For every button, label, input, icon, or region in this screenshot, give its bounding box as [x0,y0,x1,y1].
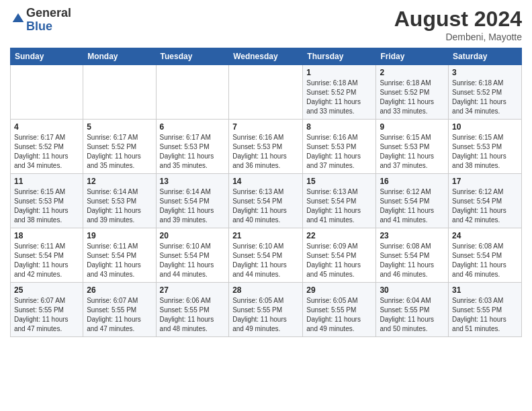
day-number: 4 [14,122,79,132]
day-number: 26 [87,285,152,295]
calendar-cell: 24Sunrise: 6:08 AM Sunset: 5:54 PM Dayli… [449,228,522,283]
title-block: August 2024 Dembeni, Mayotte [394,7,522,42]
header-day-thursday: Thursday [303,48,376,65]
calendar-cell: 14Sunrise: 6:13 AM Sunset: 5:54 PM Dayli… [229,174,303,228]
calendar-cell: 3Sunrise: 6:18 AM Sunset: 5:52 PM Daylig… [449,65,522,120]
week-row-2: 4Sunrise: 6:17 AM Sunset: 5:52 PM Daylig… [11,120,522,174]
day-info: Sunrise: 6:18 AM Sunset: 5:52 PM Dayligh… [380,79,445,116]
calendar-cell: 6Sunrise: 6:17 AM Sunset: 5:53 PM Daylig… [156,120,229,174]
day-number: 12 [87,177,152,186]
day-info: Sunrise: 6:07 AM Sunset: 5:55 PM Dayligh… [87,296,152,334]
day-number: 17 [452,177,518,186]
week-row-4: 18Sunrise: 6:11 AM Sunset: 5:54 PM Dayli… [11,228,522,283]
header-day-friday: Friday [376,48,449,65]
day-info: Sunrise: 6:16 AM Sunset: 5:53 PM Dayligh… [306,133,372,171]
day-info: Sunrise: 6:14 AM Sunset: 5:54 PM Dayligh… [160,187,226,225]
day-number: 7 [232,122,299,132]
calendar-cell: 5Sunrise: 6:17 AM Sunset: 5:52 PM Daylig… [83,120,156,174]
day-number: 2 [380,68,445,77]
header-day-wednesday: Wednesday [229,48,303,65]
header-day-saturday: Saturday [449,48,522,65]
day-info: Sunrise: 6:16 AM Sunset: 5:53 PM Dayligh… [232,133,299,171]
day-info: Sunrise: 6:14 AM Sunset: 5:53 PM Dayligh… [87,187,152,225]
day-number: 5 [87,122,152,132]
day-number: 16 [380,177,445,186]
day-number: 3 [452,68,518,77]
calendar-cell: 15Sunrise: 6:13 AM Sunset: 5:54 PM Dayli… [303,174,376,228]
day-number: 28 [232,285,299,295]
day-info: Sunrise: 6:17 AM Sunset: 5:53 PM Dayligh… [160,133,226,171]
calendar-cell: 17Sunrise: 6:12 AM Sunset: 5:54 PM Dayli… [449,174,522,228]
day-info: Sunrise: 6:07 AM Sunset: 5:55 PM Dayligh… [14,296,79,334]
week-row-5: 25Sunrise: 6:07 AM Sunset: 5:55 PM Dayli… [11,283,522,337]
day-number: 13 [160,177,226,186]
calendar-cell: 16Sunrise: 6:12 AM Sunset: 5:54 PM Dayli… [376,174,449,228]
day-info: Sunrise: 6:09 AM Sunset: 5:54 PM Dayligh… [306,242,372,279]
header-day-sunday: Sunday [11,48,83,65]
calendar-cell: 27Sunrise: 6:06 AM Sunset: 5:55 PM Dayli… [156,283,229,337]
calendar-cell: 10Sunrise: 6:15 AM Sunset: 5:53 PM Dayli… [449,120,522,174]
calendar-cell: 1Sunrise: 6:18 AM Sunset: 5:52 PM Daylig… [303,65,376,120]
month-year-title: August 2024 [394,7,522,32]
calendar-cell [229,65,303,120]
day-number: 18 [14,231,79,240]
logo-icon [11,12,25,26]
calendar-cell: 20Sunrise: 6:10 AM Sunset: 5:54 PM Dayli… [156,228,229,283]
day-number: 29 [306,285,372,295]
calendar-cell: 9Sunrise: 6:15 AM Sunset: 5:53 PM Daylig… [376,120,449,174]
day-info: Sunrise: 6:17 AM Sunset: 5:52 PM Dayligh… [14,133,79,171]
calendar-cell: 8Sunrise: 6:16 AM Sunset: 5:53 PM Daylig… [303,120,376,174]
day-info: Sunrise: 6:12 AM Sunset: 5:54 PM Dayligh… [452,187,518,225]
day-number: 8 [306,122,372,132]
day-info: Sunrise: 6:12 AM Sunset: 5:54 PM Dayligh… [380,187,445,225]
calendar-cell: 4Sunrise: 6:17 AM Sunset: 5:52 PM Daylig… [11,120,83,174]
day-number: 14 [232,177,299,186]
day-info: Sunrise: 6:11 AM Sunset: 5:54 PM Dayligh… [14,242,79,279]
calendar-cell: 7Sunrise: 6:16 AM Sunset: 5:53 PM Daylig… [229,120,303,174]
day-number: 10 [452,122,518,132]
calendar-header: SundayMondayTuesdayWednesdayThursdayFrid… [11,48,522,65]
logo-text: General Blue [26,7,71,34]
day-number: 19 [87,231,152,240]
day-number: 21 [232,231,299,240]
day-info: Sunrise: 6:03 AM Sunset: 5:55 PM Dayligh… [452,296,518,334]
calendar-body: 1Sunrise: 6:18 AM Sunset: 5:52 PM Daylig… [11,65,522,337]
header-day-tuesday: Tuesday [156,48,229,65]
day-info: Sunrise: 6:10 AM Sunset: 5:54 PM Dayligh… [160,242,226,279]
day-info: Sunrise: 6:18 AM Sunset: 5:52 PM Dayligh… [306,79,372,116]
calendar-cell: 22Sunrise: 6:09 AM Sunset: 5:54 PM Dayli… [303,228,376,283]
calendar-cell: 19Sunrise: 6:11 AM Sunset: 5:54 PM Dayli… [83,228,156,283]
logo-general: General [26,6,71,19]
calendar-cell [11,65,83,120]
day-info: Sunrise: 6:10 AM Sunset: 5:54 PM Dayligh… [232,242,299,279]
day-info: Sunrise: 6:05 AM Sunset: 5:55 PM Dayligh… [306,296,372,334]
logo: General Blue [10,7,71,34]
day-info: Sunrise: 6:13 AM Sunset: 5:54 PM Dayligh… [306,187,372,225]
day-info: Sunrise: 6:05 AM Sunset: 5:55 PM Dayligh… [232,296,299,334]
day-number: 27 [160,285,226,295]
calendar-cell: 11Sunrise: 6:15 AM Sunset: 5:53 PM Dayli… [11,174,83,228]
day-number: 22 [306,231,372,240]
day-number: 25 [14,285,79,295]
header-day-monday: Monday [83,48,156,65]
day-number: 15 [306,177,372,186]
day-number: 1 [306,68,372,77]
day-info: Sunrise: 6:15 AM Sunset: 5:53 PM Dayligh… [452,133,518,171]
day-number: 11 [14,177,79,186]
day-info: Sunrise: 6:15 AM Sunset: 5:53 PM Dayligh… [14,187,79,225]
day-info: Sunrise: 6:11 AM Sunset: 5:54 PM Dayligh… [87,242,152,279]
calendar-cell: 26Sunrise: 6:07 AM Sunset: 5:55 PM Dayli… [83,283,156,337]
header-row: SundayMondayTuesdayWednesdayThursdayFrid… [11,48,522,65]
day-info: Sunrise: 6:17 AM Sunset: 5:52 PM Dayligh… [87,133,152,171]
location-subtitle: Dembeni, Mayotte [394,32,522,42]
calendar-cell: 25Sunrise: 6:07 AM Sunset: 5:55 PM Dayli… [11,283,83,337]
calendar-cell [83,65,156,120]
calendar-cell: 18Sunrise: 6:11 AM Sunset: 5:54 PM Dayli… [11,228,83,283]
day-number: 6 [160,122,226,132]
day-number: 23 [380,231,445,240]
calendar-cell: 23Sunrise: 6:08 AM Sunset: 5:54 PM Dayli… [376,228,449,283]
logo-blue: Blue [26,19,52,33]
day-number: 30 [380,285,445,295]
week-row-3: 11Sunrise: 6:15 AM Sunset: 5:53 PM Dayli… [11,174,522,228]
calendar-cell: 29Sunrise: 6:05 AM Sunset: 5:55 PM Dayli… [303,283,376,337]
